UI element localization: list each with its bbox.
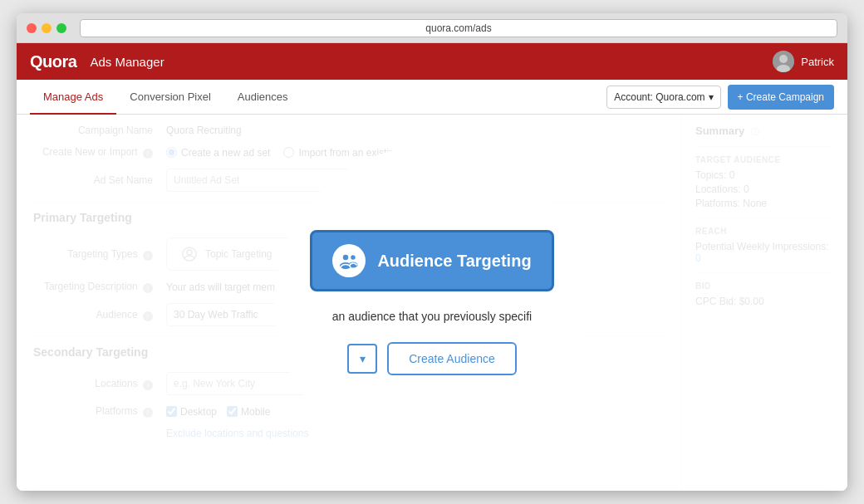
- svg-point-1: [779, 55, 788, 63]
- audience-targeting-card-label: Audience Targeting: [377, 252, 531, 271]
- nav-actions: Account: Quora.com ▾ + Create Campaign: [606, 85, 834, 110]
- ads-manager-label: Ads Manager: [90, 55, 164, 69]
- user-avatar: [773, 51, 794, 72]
- nav-left: Quora Ads Manager: [30, 52, 164, 71]
- tab-audiences[interactable]: Audiences: [224, 81, 302, 115]
- audience-icon: [332, 244, 366, 277]
- quora-logo: Quora: [30, 52, 76, 71]
- nav-right: Patrick: [773, 51, 834, 72]
- main-content: Campaign Name Quora Recruiting Create Ne…: [17, 115, 847, 491]
- create-campaign-button[interactable]: + Create Campaign: [728, 85, 834, 110]
- tab-conversion-pixel[interactable]: Conversion Pixel: [116, 81, 224, 115]
- overlay-description: an audience that you previously specifi: [332, 308, 532, 325]
- app-content: Quora Ads Manager Patrick Manage Ads: [17, 43, 847, 491]
- spotlight-circle: Audience Targeting an audience that you …: [274, 145, 590, 461]
- tab-manage-ads[interactable]: Manage Ads: [30, 81, 116, 115]
- audience-targeting-card[interactable]: Audience Targeting: [310, 230, 553, 291]
- create-audience-button[interactable]: Create Audience: [387, 342, 517, 375]
- address-bar[interactable]: quora.com/ads: [80, 19, 837, 37]
- browser-titlebar: quora.com/ads: [17, 13, 847, 43]
- overlay: Audience Targeting an audience that you …: [17, 115, 847, 491]
- close-button[interactable]: [27, 23, 37, 33]
- mini-dropdown[interactable]: ▾: [347, 344, 377, 374]
- secondary-nav: Manage Ads Conversion Pixel Audiences Ac…: [17, 80, 847, 115]
- top-nav: Quora Ads Manager Patrick: [17, 43, 847, 80]
- maximize-button[interactable]: [56, 23, 66, 33]
- account-select[interactable]: Account: Quora.com ▾: [606, 86, 720, 109]
- nav-tabs: Manage Ads Conversion Pixel Audiences: [30, 80, 302, 114]
- minimize-button[interactable]: [42, 23, 52, 33]
- overlay-bottom-row: ▾ Create Audience: [347, 342, 517, 375]
- user-name: Patrick: [801, 56, 834, 68]
- traffic-lights: [27, 23, 66, 33]
